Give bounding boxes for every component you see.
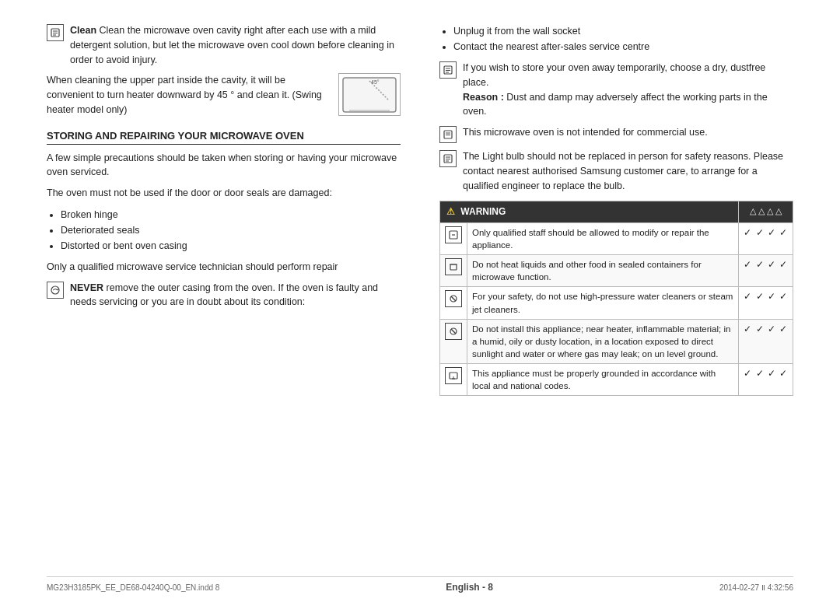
warning-icon-5 — [440, 363, 467, 395]
commercial-icon — [439, 126, 457, 143]
warning-header-row: ⚠ WARNING △ △ △ △ — [440, 201, 793, 223]
bullet-contact: Contact the nearest after-sales service … — [453, 39, 793, 54]
never-icon — [47, 282, 64, 299]
memo-icon — [47, 24, 64, 41]
bulb-paragraph: The Light bulb should not be replaced in… — [439, 149, 793, 193]
warning-checks-2: ✓ ✓ ✓ ✓ — [739, 255, 793, 287]
svg-rect-24 — [450, 264, 457, 270]
store-paragraph: If you wish to store your oven away temp… — [439, 61, 793, 119]
footer: MG23H3185PK_EE_DE68-04240Q-00_EN.indd 8 … — [47, 576, 793, 593]
warning-row-4: Do not install this appliance; near heat… — [440, 319, 793, 363]
bulb-icon — [439, 150, 457, 167]
warning-checks-5: ✓ ✓ ✓ ✓ — [739, 363, 793, 395]
right-column: Unplug it from the wall socket Contact t… — [432, 23, 793, 569]
warning-icon-1 — [440, 223, 467, 255]
damage-list: Broken hinge Deteriorated seals Distorte… — [61, 207, 401, 254]
warning-icon-3 — [440, 287, 467, 319]
unplug-list: Unplug it from the wall socket Contact t… — [453, 23, 793, 54]
warning-row-1: Only qualified staff should be allowed t… — [440, 223, 793, 255]
svg-text:45°: 45° — [371, 79, 380, 85]
svg-line-10 — [58, 289, 59, 290]
warning-checks-3: ✓ ✓ ✓ ✓ — [739, 287, 793, 319]
qualified-text: Only a qualified microwave service techn… — [47, 260, 401, 275]
warning-text-5: This appliance must be properly grounded… — [467, 363, 739, 395]
store-icon — [439, 61, 457, 79]
bullet-unplug: Unplug it from the wall socket — [453, 23, 793, 39]
svg-rect-4 — [343, 78, 396, 112]
svg-line-27 — [451, 296, 456, 301]
ground-icon — [445, 367, 462, 384]
page-number: English - 8 — [219, 582, 719, 593]
section-title: STORING AND REPAIRING YOUR MICROWAVE OVE… — [47, 130, 401, 145]
main-content: Clean Clean the microwave oven cavity ri… — [47, 23, 793, 569]
fire-icon — [445, 323, 462, 340]
svg-line-29 — [451, 329, 456, 334]
page: Clean Clean the microwave oven cavity ri… — [0, 0, 840, 616]
cavity-image: 45° — [338, 73, 401, 116]
footer-date: 2014-02-27 Ⅱ 4:32:56 — [719, 583, 793, 592]
swing-section: 45° When cleaning the upper part inside … — [47, 73, 401, 123]
water-icon — [445, 290, 462, 307]
warning-text-1: Only qualified staff should be allowed t… — [467, 223, 739, 255]
commercial-paragraph: This microwave oven is not intended for … — [439, 125, 793, 143]
warning-title: WARNING — [460, 206, 506, 217]
bullet-distorted-casing: Distorted or bent oven casing — [61, 238, 401, 254]
store-text: If you wish to store your oven away temp… — [463, 61, 793, 119]
warning-checks-1: ✓ ✓ ✓ ✓ — [739, 223, 793, 255]
warning-icon-4 — [440, 319, 467, 363]
warning-text-2: Do not heat liquids and other food in se… — [467, 255, 739, 287]
clean-paragraph: Clean Clean the microwave oven cavity ri… — [47, 23, 401, 67]
warning-text-4: Do not install this appliance; near heat… — [467, 319, 739, 363]
container-icon — [445, 258, 462, 275]
left-column: Clean Clean the microwave oven cavity ri… — [47, 23, 408, 569]
warning-icon-2 — [440, 255, 467, 287]
bulb-text: The Light bulb should not be replaced in… — [463, 149, 793, 193]
warning-table: ⚠ WARNING △ △ △ △ — [439, 201, 793, 396]
warning-row-3: For your safety, do not use high-pressur… — [440, 287, 793, 319]
footer-filename: MG23H3185PK_EE_DE68-04240Q-00_EN.indd 8 — [47, 583, 219, 592]
warning-row-5: This appliance must be properly grounded… — [440, 363, 793, 395]
clean-text: Clean Clean the microwave oven cavity ri… — [70, 23, 401, 67]
bullet-broken-hinge: Broken hinge — [61, 207, 401, 222]
bullet-deteriorated-seals: Deteriorated seals — [61, 222, 401, 238]
warning-checks-4: ✓ ✓ ✓ ✓ — [739, 319, 793, 363]
never-text: NEVER remove the outer casing from the o… — [70, 281, 401, 310]
tools-icon — [445, 226, 462, 243]
warning-row-2: Do not heat liquids and other food in se… — [440, 255, 793, 287]
door-text: The oven must not be used if the door or… — [47, 186, 401, 201]
never-paragraph: NEVER remove the outer casing from the o… — [47, 281, 401, 310]
commercial-text: This microwave oven is not intended for … — [463, 125, 708, 140]
warning-text-3: For your safety, do not use high-pressur… — [467, 287, 739, 319]
precautions-text: A few simple precautions should be taken… — [47, 151, 401, 180]
